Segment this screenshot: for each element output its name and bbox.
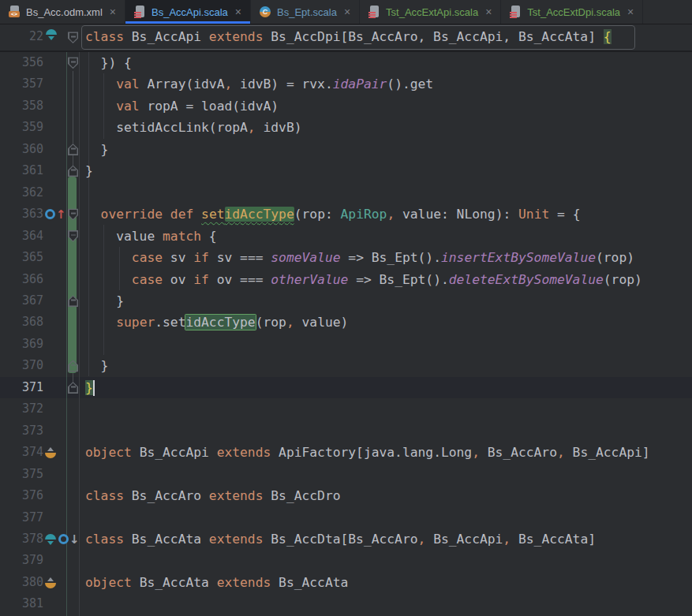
code-token: (rop [256,315,286,330]
fold-marker-icon[interactable] [68,165,78,177]
line-number[interactable]: 381 [0,593,43,614]
code-token: , [472,445,480,460]
line-number[interactable]: 370 [0,355,43,376]
scala-file-icon [368,6,380,18]
line-number[interactable]: 358 [0,95,43,117]
line-number[interactable]: 368 [0,312,43,333]
companion-object-icon[interactable] [45,447,56,458]
fold-marker-icon[interactable] [68,32,78,43]
line-number[interactable]: 365 [0,247,43,268]
line-number[interactable]: 375 [0,464,43,485]
implemented-marker-icon[interactable] [45,534,56,545]
tab-Tst_AccExtApi.scala[interactable]: Tst_AccExtApi.scala× [360,0,501,24]
line-number[interactable]: 369 [0,334,43,355]
code-editor[interactable]: 356 }) {357 val Array(idvA, idvB) = rvx.… [0,52,692,616]
code-token: idvB) = rvx. [232,77,332,91]
code-line-text[interactable]: value match { [85,226,217,247]
line-number[interactable]: 362 [0,182,43,203]
ide-window: <>Bs_Acc.odm.xml×Bs_AccApi.scala×CBs_Ept… [0,0,692,616]
line-number[interactable]: 380 [0,572,43,593]
tab-close-icon[interactable]: × [110,6,116,17]
line-number[interactable]: 371 [0,377,43,398]
sticky-code-line[interactable]: class Bs_AccApi extends Bs_AccDpi[Bs_Acc… [85,24,612,49]
fold-marker-icon[interactable] [68,382,78,394]
code-token: idAccType [225,207,294,222]
implemented-marker-icon[interactable] [46,29,57,40]
tab-Bs_Ept.scala[interactable]: CBs_Ept.scala× [251,0,360,24]
code-line-text[interactable]: class Bs_AccAta extends Bs_AccDta[Bs_Acc… [85,528,596,550]
code-line-text[interactable]: object Bs_AccApi extends ApiFactory[java… [85,442,650,463]
code-token: => Bs_Ept(). [341,250,441,265]
code-token [85,207,101,222]
fold-marker-icon[interactable] [68,230,78,242]
code-line-text[interactable]: }) { [85,52,132,73]
code-line-362: 362 [0,182,692,203]
code-token: value [85,229,163,244]
tab-close-icon[interactable]: × [627,6,634,17]
code-token [193,207,201,222]
code-line-text[interactable]: val Array(idvA, idvB) = rvx.idaPair().ge… [85,73,433,95]
code-token: if [193,250,209,265]
code-token: ApiFactory[java.lang.Long [271,445,472,460]
code-line-360: 360 } [0,139,692,160]
code-line-text[interactable]: } [85,160,93,181]
code-token: Bs_AccAta [124,532,209,547]
tab-Tst_AccExtDpi.scala[interactable]: Tst_AccExtDpi.scala× [501,0,643,24]
code-line-359: 359 setidAccLink(ropA, idvB) [0,117,692,138]
code-line-text[interactable]: override def setidAccType(rop: ApiRop, v… [85,203,580,225]
code-line-text[interactable]: super.setidAccType(rop, value) [85,312,348,333]
code-token: override [101,207,163,222]
code-token: class [85,29,124,44]
fold-marker-icon[interactable] [68,208,78,220]
tab-close-icon[interactable]: × [485,6,492,17]
code-token: }) { [85,55,132,70]
code-token: Bs_AccApi [124,29,209,44]
fold-marker-icon[interactable] [68,57,78,69]
line-number[interactable]: 357 [0,73,43,95]
code-line-379: 379 [0,550,692,571]
fold-marker-icon[interactable] [68,144,78,155]
line-number[interactable]: 363 [0,203,43,225]
code-token: someValue [271,250,340,265]
line-number[interactable]: 374 [0,442,43,463]
fold-marker-icon[interactable] [68,360,78,372]
line-number[interactable]: 372 [0,398,43,420]
code-line-364: 364 value match { [0,226,692,247]
line-number[interactable]: 377 [0,507,43,528]
code-line-text[interactable]: } [85,139,108,160]
line-number[interactable]: 359 [0,117,43,138]
sticky-line-number: 22 [0,24,43,49]
code-token: Bs_AccAta] [511,532,596,547]
companion-object-icon[interactable] [45,577,56,588]
code-line-text[interactable]: case ov if ov === otherValue => Bs_Ept()… [85,269,642,290]
tab-Bs_Acc.odm.xml[interactable]: <>Bs_Acc.odm.xml× [0,0,125,24]
code-line-text[interactable]: val ropA = load(idvA) [85,95,279,117]
code-line-text[interactable]: case sv if sv === someValue => Bs_Ept().… [85,247,634,268]
fold-marker-icon[interactable] [68,295,78,307]
code-line-text[interactable]: } [85,355,108,376]
line-number[interactable]: 364 [0,226,43,247]
line-number[interactable]: 378 [0,528,43,550]
line-number[interactable]: 373 [0,420,43,442]
tab-close-icon[interactable]: × [344,6,350,17]
line-number[interactable]: 356 [0,52,43,73]
line-number[interactable]: 366 [0,269,43,290]
tab-Bs_AccApi.scala[interactable]: Bs_AccApi.scala× [125,0,251,24]
line-number[interactable]: 360 [0,139,43,160]
code-line-text[interactable]: setidAccLink(ropA, idvB) [85,117,302,138]
line-number[interactable]: 379 [0,550,43,571]
code-token [85,315,116,330]
code-line-text[interactable]: } [85,290,124,312]
code-line-text[interactable]: class Bs_AccAro extends Bs_AccDro [85,485,341,506]
tab-close-icon[interactable]: × [235,6,241,17]
code-line-text[interactable]: } [85,377,93,398]
code-line-text[interactable]: object Bs_AccAta extends Bs_AccAta [85,572,348,593]
overriding-marker-icon[interactable]: ↑ [45,209,66,220]
line-number[interactable]: 376 [0,485,43,506]
line-number[interactable]: 361 [0,160,43,181]
sticky-header-line[interactable]: 22 class Bs_AccApi extends Bs_AccDpi[Bs_… [0,24,692,52]
scala-file-icon [510,6,522,18]
overridden-marker-icon[interactable]: ↓ [58,534,80,545]
code-line-357: 357 val Array(idvA, idvB) = rvx.idaPair(… [0,73,692,95]
line-number[interactable]: 367 [0,290,43,312]
